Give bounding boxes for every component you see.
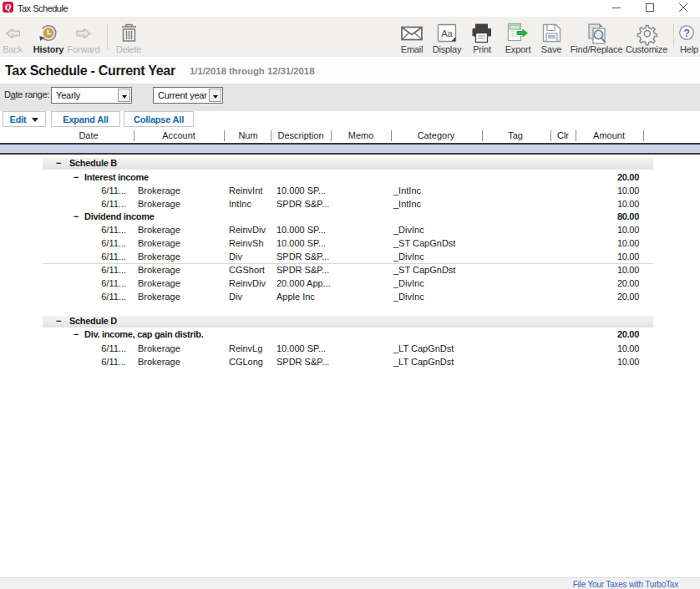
svg-text:Aa: Aa bbox=[441, 28, 453, 38]
svg-text:?: ? bbox=[683, 28, 690, 39]
